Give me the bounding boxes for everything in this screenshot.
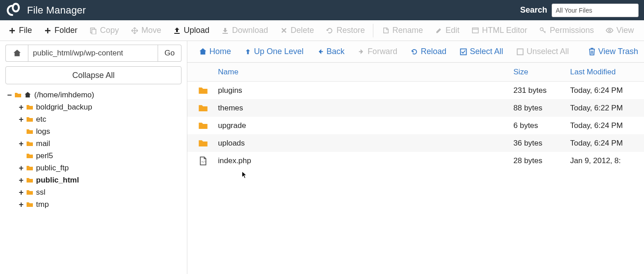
table-row[interactable]: </>index.php28 bytesJan 9, 2012, 8:	[187, 152, 644, 169]
file-list: plugins231 bytesToday, 6:24 PMthemes88 b…	[187, 82, 644, 274]
file-name: themes	[210, 104, 513, 113]
folder-icon	[14, 91, 23, 99]
tree-item-label: boldgrid_backup	[36, 103, 92, 112]
tree-item[interactable]: +mail	[18, 137, 181, 150]
tree-item[interactable]: +ssl	[18, 186, 181, 198]
file-name: index.php	[210, 156, 513, 165]
unselect-all-button[interactable]: Unselect All	[510, 44, 575, 59]
select-all-button[interactable]: Select All	[454, 44, 509, 59]
copy-button-label: Copy	[100, 26, 119, 35]
move-button[interactable]: Move	[125, 23, 167, 38]
copy-button[interactable]: Copy	[84, 23, 124, 38]
file-modified: Today, 6:24 PM	[570, 139, 644, 148]
forward-arrow-icon	[358, 48, 365, 55]
upload-icon	[173, 27, 181, 35]
rename-button[interactable]: Rename	[376, 23, 428, 38]
html-editor-button[interactable]: HTML Editor	[466, 23, 532, 38]
tree-item[interactable]: +tmp	[18, 198, 181, 210]
svg-rect-7	[517, 49, 523, 55]
delete-icon	[280, 27, 288, 35]
expand-icon[interactable]: +	[18, 201, 24, 208]
tree-root[interactable]: − (/home/imhdemo)	[6, 89, 181, 101]
permissions-button[interactable]: Permissions	[534, 23, 599, 38]
app-header: File Manager Search	[0, 0, 644, 20]
home-icon	[13, 49, 21, 57]
edit-icon	[435, 27, 443, 35]
upload-button-label: Upload	[184, 26, 209, 35]
edit-button[interactable]: Edit	[429, 23, 465, 38]
table-row[interactable]: uploads36 bytesToday, 6:24 PM	[187, 134, 644, 152]
tree-item-label: mail	[36, 139, 50, 148]
table-row[interactable]: plugins231 bytesToday, 6:24 PM	[187, 82, 644, 99]
file-icon: </>	[196, 156, 210, 165]
tree-item[interactable]: +boldgrid_backup	[18, 101, 181, 113]
expand-icon[interactable]: +	[18, 177, 24, 183]
body: Go Collapse All − (/home/imhdemo) +boldg…	[0, 41, 644, 274]
path-row: Go	[5, 45, 181, 62]
svg-text:</>: </>	[201, 160, 207, 163]
forward-button[interactable]: Forward	[352, 44, 404, 59]
folder-button-label: Folder	[54, 26, 77, 35]
back-label: Back	[327, 47, 345, 56]
file-modified: Today, 6:22 PM	[570, 104, 644, 113]
tree-item[interactable]: +perl5	[18, 150, 181, 162]
folder-icon	[196, 138, 210, 148]
file-modified: Today, 6:24 PM	[570, 121, 644, 130]
file-button-label: File	[19, 26, 32, 35]
file-modified: Jan 9, 2012, 8:	[570, 156, 644, 165]
path-input[interactable]	[28, 45, 158, 62]
expand-icon[interactable]: +	[18, 104, 24, 110]
back-arrow-icon	[317, 48, 324, 55]
tree-item[interactable]: +logs	[18, 125, 181, 137]
view-button[interactable]: View	[600, 23, 639, 38]
column-header-modified[interactable]: Last Modified	[570, 68, 644, 77]
forward-label: Forward	[367, 47, 397, 56]
folder-button[interactable]: Folder	[38, 23, 83, 38]
restore-button-label: Restore	[336, 26, 365, 35]
nav-home-label: Home	[209, 47, 231, 56]
svg-rect-3	[472, 28, 478, 33]
folder-icon	[26, 104, 34, 111]
up-one-level-button[interactable]: Up One Level	[238, 44, 310, 59]
tree-item[interactable]: +etc	[18, 113, 181, 125]
expand-icon[interactable]: +	[18, 189, 24, 196]
go-button[interactable]: Go	[158, 45, 181, 62]
file-name: plugins	[210, 86, 513, 95]
nav-home-button[interactable]: Home	[193, 44, 237, 59]
directory-tree: − (/home/imhdemo) +boldgrid_backup+etc+l…	[5, 89, 181, 210]
column-header-name[interactable]: Name	[208, 68, 513, 77]
table-row[interactable]: themes88 bytesToday, 6:22 PM	[187, 99, 644, 117]
collapse-icon[interactable]: −	[6, 92, 13, 98]
table-row[interactable]: upgrade6 bytesToday, 6:24 PM	[187, 117, 644, 134]
tree-item[interactable]: +public_html	[18, 174, 181, 186]
table-header: Name Size Last Modified	[187, 63, 644, 82]
back-button[interactable]: Back	[311, 44, 351, 59]
expand-icon[interactable]: +	[18, 141, 24, 147]
plus-icon	[44, 27, 52, 35]
file-button[interactable]: File	[3, 23, 37, 38]
expand-icon[interactable]: +	[18, 165, 24, 171]
delete-button[interactable]: Delete	[274, 23, 319, 38]
view-button-label: View	[617, 26, 634, 35]
delete-button-label: Delete	[290, 26, 314, 35]
home-button[interactable]	[5, 45, 28, 62]
tree-item[interactable]: +public_ftp	[18, 162, 181, 174]
restore-button[interactable]: Restore	[320, 23, 370, 38]
tree-item-label: etc	[36, 115, 46, 124]
download-button[interactable]: Download	[216, 23, 273, 38]
permissions-icon	[539, 27, 547, 35]
unselect-all-label: Unselect All	[526, 47, 569, 56]
expand-icon[interactable]: +	[18, 116, 24, 123]
search-scope-select[interactable]	[552, 4, 639, 17]
svg-rect-6	[461, 49, 467, 55]
reload-button[interactable]: Reload	[404, 44, 453, 59]
column-header-size[interactable]: Size	[513, 68, 570, 77]
file-size: 231 bytes	[513, 86, 570, 95]
action-bar: Home Up One Level Back Forward Reload Se…	[187, 41, 644, 63]
tree-item-label: perl5	[36, 151, 53, 160]
search-label: Search	[520, 5, 547, 15]
collapse-all-button[interactable]: Collapse All	[5, 66, 181, 84]
view-trash-button[interactable]: View Trash	[582, 44, 644, 59]
upload-button[interactable]: Upload	[168, 23, 215, 38]
header-left: File Manager	[5, 3, 86, 18]
